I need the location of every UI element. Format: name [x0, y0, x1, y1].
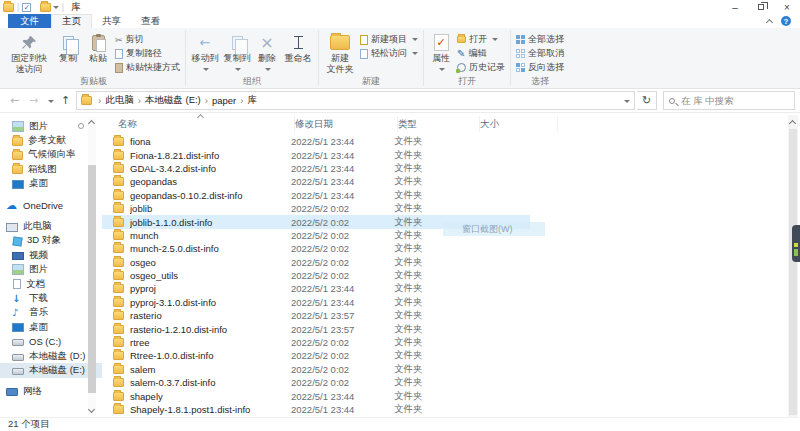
properties-quick-icon[interactable]: ✓ — [22, 3, 31, 12]
sidebar-item[interactable]: 视频 — [0, 248, 102, 262]
scroll-down-icon[interactable] — [88, 406, 95, 413]
sidebar-item-label: 音乐 — [29, 306, 48, 319]
move-to-button[interactable]: ← 移动到 — [189, 31, 221, 75]
table-row[interactable]: geopandas-0.10.2.dist-info 2022/5/1 23:4… — [102, 189, 530, 202]
sidebar-item[interactable]: 下载 — [0, 291, 102, 305]
breadcrumb-item[interactable]: 本地磁盘 (E:) — [145, 94, 201, 107]
scrollbar-thumb[interactable] — [88, 165, 96, 393]
column-header-date[interactable]: 修改日期 — [295, 116, 398, 132]
column-header-type[interactable]: 类型 — [398, 116, 480, 132]
scroll-up-icon[interactable] — [88, 120, 95, 127]
forward-button[interactable]: → — [25, 94, 42, 107]
table-row[interactable]: osgeo_utils 2022/5/2 0:02 文件夹 — [102, 269, 530, 282]
table-row[interactable]: pyproj 2022/5/1 23:44 文件夹 — [102, 282, 530, 295]
open-button[interactable]: 打开 — [455, 33, 507, 46]
sidebar-item[interactable]: 参考文献 — [0, 133, 102, 147]
invert-selection-button[interactable]: 反向选择 — [514, 61, 566, 74]
scroll-up-icon[interactable] — [789, 120, 796, 127]
up-button[interactable]: ↑ — [57, 94, 74, 107]
file-type: 文件夹 — [394, 135, 484, 148]
cut-button[interactable]: ✂剪切 — [113, 33, 182, 46]
easy-access-button[interactable]: 轻松访问 — [358, 47, 420, 60]
sidebar-scrollbar[interactable] — [88, 117, 96, 415]
tab-file[interactable]: 文件 — [8, 14, 51, 28]
sidebar-item[interactable]: OS (C:) — [0, 334, 102, 348]
sidebar-item[interactable]: 网络 — [0, 385, 102, 399]
new-folder-quick-icon[interactable] — [40, 3, 51, 12]
table-row[interactable]: pyproj-3.1.0.dist-info 2022/5/1 23:44 文件… — [102, 296, 530, 309]
breadcrumb-item[interactable]: 此电脑 — [105, 94, 134, 107]
new-item-button[interactable]: 新建项目 — [358, 33, 420, 46]
sidebar-item[interactable]: 气候倾向率 — [0, 148, 102, 162]
tab-view[interactable]: 查看 — [131, 14, 170, 28]
rename-button[interactable]: 重命名 — [281, 31, 315, 65]
table-row[interactable]: rasterio 2022/5/1 23:57 文件夹 — [102, 309, 530, 322]
table-row[interactable]: Fiona-1.8.21.dist-info 2022/5/1 23:44 文件… — [102, 148, 530, 161]
search-input[interactable] — [679, 94, 789, 107]
new-folder-button[interactable]: 新建 文件夹 — [322, 31, 358, 75]
table-row[interactable]: rasterio-1.2.10.dist-info 2022/5/1 23:57… — [102, 322, 530, 335]
table-row[interactable]: osgeo 2022/5/2 0:02 文件夹 — [102, 256, 530, 269]
list-scrollbar[interactable] — [788, 115, 798, 417]
sidebar-item[interactable]: 音乐 — [0, 306, 102, 320]
breadcrumb-item[interactable]: paper — [212, 95, 236, 106]
sidebar-item[interactable]: 箱线图 — [0, 162, 102, 176]
tab-home[interactable]: 主页 — [51, 14, 92, 28]
properties-button[interactable]: ✓ 属性 — [427, 31, 455, 75]
table-row[interactable]: GDAL-3.4.2.dist-info 2022/5/1 23:44 文件夹 — [102, 162, 530, 175]
minimize-button[interactable]: – — [722, 0, 748, 14]
table-row[interactable]: Shapely-1.8.1.post1.dist-info 2022/5/1 2… — [102, 403, 530, 416]
search-box[interactable] — [663, 91, 795, 110]
recent-locations-caret[interactable] — [44, 95, 55, 107]
help-icon[interactable]: ? — [781, 16, 791, 26]
scrollbar-thumb[interactable] — [789, 129, 797, 415]
table-row[interactable]: joblib 2022/5/2 0:02 文件夹 — [102, 202, 530, 215]
address-dropdown-caret[interactable] — [622, 95, 630, 106]
copy-button[interactable]: 复制 — [53, 31, 83, 65]
refresh-button[interactable]: ↻ — [637, 91, 657, 110]
sidebar-item[interactable]: 本地磁盘 (D:) — [0, 349, 102, 363]
table-row[interactable]: salem-0.3.7.dist-info 2022/5/2 0:02 文件夹 — [102, 376, 530, 389]
sidebar-item[interactable]: 图片 — [0, 263, 102, 277]
edit-button[interactable]: ✎编辑 — [455, 47, 507, 60]
column-header-size[interactable]: 大小 — [480, 116, 558, 132]
select-all-button[interactable]: 全部选择 — [514, 33, 566, 46]
close-button[interactable]: × — [774, 0, 800, 14]
history-button[interactable]: 历史记录 — [455, 61, 507, 74]
breadcrumb[interactable]: 此电脑 本地磁盘 (E:) paper 库 — [76, 91, 635, 110]
table-row[interactable]: fiona 2022/5/1 23:44 文件夹 — [102, 135, 530, 148]
table-row[interactable]: Rtree-1.0.0.dist-info 2022/5/2 0:02 文件夹 — [102, 349, 530, 362]
file-type: 文件夹 — [394, 269, 484, 282]
sidebar-item[interactable]: 桌面 — [0, 177, 102, 191]
copy-to-button[interactable]: 复制到 — [221, 31, 253, 75]
breadcrumb-item[interactable]: 库 — [247, 94, 257, 107]
sidebar-item[interactable]: OneDrive — [0, 198, 102, 212]
delete-button[interactable]: × 删除 — [253, 31, 281, 75]
column-header-name[interactable]: 名称 — [118, 116, 295, 132]
table-row[interactable]: shapely 2022/5/1 23:44 文件夹 — [102, 389, 530, 402]
edge-docked-widget[interactable] — [792, 225, 800, 262]
paste-button[interactable]: 粘贴 — [83, 31, 113, 65]
copy-path-button[interactable]: 复制路径 — [113, 47, 182, 60]
table-row[interactable]: munch-2.5.0.dist-info 2022/5/2 0:02 文件夹 — [102, 242, 530, 255]
sidebar-item[interactable]: 此电脑 — [0, 219, 102, 233]
collapse-ribbon-icon[interactable] — [766, 18, 773, 25]
table-row[interactable]: geopandas 2022/5/1 23:44 文件夹 — [102, 175, 530, 188]
sidebar-item[interactable]: 桌面 — [0, 320, 102, 334]
sidebar-item[interactable]: 图片 — [0, 119, 102, 133]
select-none-button[interactable]: 全部取消 — [514, 47, 566, 60]
address-bar: ← → ↑ 此电脑 本地磁盘 (E:) paper 库 ↻ — [0, 89, 800, 113]
grid-cell — [521, 49, 525, 53]
sidebar-item[interactable]: 文档 — [0, 277, 102, 291]
sidebar-item[interactable]: 本地磁盘 (E:) — [0, 363, 102, 377]
table-row[interactable]: salem 2022/5/2 0:02 文件夹 — [102, 363, 530, 376]
paste-shortcut-button[interactable]: 粘贴快捷方式 — [113, 61, 182, 74]
sidebar-item[interactable]: 3D 对象 — [0, 234, 102, 248]
back-button[interactable]: ← — [6, 94, 23, 107]
sidebar-item-label: 3D 对象 — [27, 234, 61, 247]
quick-access-toolbar-caret[interactable] — [53, 6, 59, 9]
restore-button[interactable] — [748, 0, 774, 14]
tab-share[interactable]: 共享 — [92, 14, 131, 28]
pin-to-quick-access-button[interactable]: 固定到快 速访问 — [5, 31, 53, 75]
table-row[interactable]: rtree 2022/5/2 0:02 文件夹 — [102, 336, 530, 349]
